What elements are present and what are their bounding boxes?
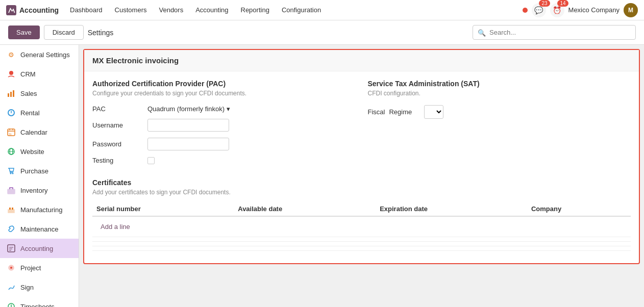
- sidebar-label-website: Website: [20, 148, 44, 156]
- regime-label: Regime: [389, 108, 412, 116]
- svg-point-1: [9, 71, 13, 75]
- nav-dashboard[interactable]: Dashboard: [65, 4, 108, 16]
- fiscal-label: Fiscal: [368, 108, 385, 116]
- timesheets-icon: [6, 301, 16, 307]
- svg-rect-19: [9, 208, 11, 210]
- sidebar-general-settings[interactable]: ⚙ General Settings: [0, 45, 79, 64]
- testing-checkbox[interactable]: [147, 157, 155, 164]
- svg-text:31: 31: [9, 133, 12, 136]
- nav-reporting[interactable]: Reporting: [236, 4, 275, 16]
- two-col: Authorized Certification Provider (PAC) …: [92, 80, 631, 170]
- col-expiration: Expiration date: [376, 202, 527, 216]
- section-body: Authorized Certification Provider (PAC) …: [84, 71, 639, 263]
- fiscal-regime-row: Fiscal Regime: [368, 108, 412, 116]
- activities-count: 14: [557, 0, 568, 7]
- save-button[interactable]: Save: [8, 25, 40, 39]
- company-name: Mexico Company: [568, 6, 620, 14]
- divider-2: [92, 246, 631, 246]
- sidebar-label-inventory: Inventory: [20, 187, 47, 194]
- add-line-button[interactable]: Add a line: [96, 220, 134, 234]
- sidebar-inventory[interactable]: Inventory: [0, 181, 79, 200]
- sidebar-label-timesheets: Timesheets: [20, 303, 55, 308]
- maintenance-icon: [6, 224, 16, 234]
- sidebar-calendar[interactable]: 31 Calendar: [0, 122, 79, 142]
- col-available: Available date: [234, 202, 376, 216]
- pac-title: Authorized Certification Provider (PAC): [92, 80, 356, 88]
- sat-desc: CFDI configuration.: [368, 90, 631, 97]
- sidebar-timesheets[interactable]: Timesheets: [0, 297, 79, 307]
- col-serial: Serial number: [92, 202, 234, 216]
- nav-logo[interactable]: Accounting: [6, 5, 59, 15]
- nav-customers[interactable]: Customers: [110, 4, 152, 16]
- fiscal-regime-select[interactable]: [424, 105, 443, 119]
- certs-desc: Add your certificates to sign your CFDI …: [92, 189, 631, 196]
- pac-desc: Configure your credentials to sign your …: [92, 90, 356, 97]
- calendar-icon: 31: [6, 127, 16, 137]
- messages-count: 23: [539, 0, 550, 7]
- sidebar-label-rental: Rental: [20, 109, 40, 117]
- sign-icon: [6, 282, 16, 292]
- sidebar-label-calendar: Calendar: [20, 129, 47, 136]
- sat-title: Service Tax Administration (SAT): [368, 80, 631, 88]
- logo-icon: [6, 5, 16, 15]
- sidebar-sales[interactable]: Sales: [0, 84, 79, 103]
- nav-vendors[interactable]: Vendors: [154, 4, 188, 16]
- sidebar-rental[interactable]: Rental: [0, 103, 79, 122]
- username-input[interactable]: [147, 119, 229, 132]
- section-title: MX Electronic invoicing: [92, 56, 179, 65]
- sidebar-label-maintenance: Maintenance: [20, 225, 58, 233]
- sidebar-crm[interactable]: CRM: [0, 64, 79, 84]
- status-dot: [523, 8, 528, 13]
- toolbar: Save Discard Settings 🔍: [0, 20, 644, 45]
- sidebar-label-crm: CRM: [20, 70, 36, 78]
- user-avatar[interactable]: M: [624, 3, 638, 17]
- svg-point-15: [10, 173, 12, 174]
- general-settings-icon: ⚙: [6, 49, 16, 60]
- fiscal-row: Fiscal Regime: [368, 105, 631, 119]
- sidebar-purchase[interactable]: Purchase: [0, 161, 79, 181]
- search-input[interactable]: [473, 25, 636, 40]
- main-layout: ⚙ General Settings CRM Sales Rental 31: [0, 45, 644, 307]
- sidebar-accounting[interactable]: Accounting: [0, 239, 79, 258]
- pac-value: Quadrum (formerly finkok): [147, 105, 225, 113]
- sidebar-sign[interactable]: Sign: [0, 277, 79, 297]
- pac-dropdown-icon: ▾: [227, 105, 230, 113]
- content-area: MX Electronic invoicing Authorized Certi…: [79, 45, 644, 307]
- sidebar-label-accounting: Accounting: [20, 245, 53, 252]
- messages-badge[interactable]: 💬 23: [532, 3, 546, 17]
- divider-1: [92, 241, 631, 242]
- website-icon: [6, 146, 16, 157]
- add-line-row: Add a line: [92, 216, 631, 237]
- testing-label: Testing: [92, 157, 143, 164]
- section-header: MX Electronic invoicing: [84, 50, 639, 71]
- nav-accounting[interactable]: Accounting: [190, 4, 233, 16]
- sales-icon: [6, 88, 16, 98]
- search-icon: 🔍: [478, 29, 486, 36]
- sidebar-maintenance[interactable]: Maintenance: [0, 219, 79, 239]
- sidebar-label-sign: Sign: [20, 284, 34, 291]
- password-input[interactable]: [147, 138, 229, 150]
- purchase-icon: [6, 166, 16, 176]
- project-icon: [6, 263, 16, 273]
- pac-row: PAC Quadrum (formerly finkok) ▾: [92, 105, 356, 113]
- pac-label: PAC: [92, 105, 143, 113]
- pac-select[interactable]: Quadrum (formerly finkok) ▾: [147, 105, 230, 113]
- sidebar-label-sales: Sales: [20, 90, 37, 97]
- svg-point-16: [12, 173, 14, 174]
- col-company: Company: [527, 202, 631, 216]
- search-wrapper: 🔍: [473, 25, 636, 40]
- svg-rect-3: [10, 92, 12, 97]
- accounting-icon: [6, 243, 16, 253]
- divider-3: [92, 250, 631, 251]
- rental-icon: [6, 108, 16, 118]
- nav-right: 💬 23 ⏰ 14 Mexico Company M: [523, 3, 638, 17]
- manufacturing-icon: [6, 204, 16, 215]
- sidebar-website[interactable]: Website: [0, 142, 79, 161]
- discard-button[interactable]: Discard: [44, 25, 84, 40]
- sidebar-project[interactable]: Project: [0, 258, 79, 277]
- nav-configuration[interactable]: Configuration: [277, 4, 326, 16]
- password-row: Password: [92, 138, 356, 150]
- sidebar-manufacturing[interactable]: Manufacturing: [0, 200, 79, 219]
- svg-rect-18: [8, 210, 14, 213]
- activities-badge[interactable]: ⏰ 14: [550, 3, 564, 17]
